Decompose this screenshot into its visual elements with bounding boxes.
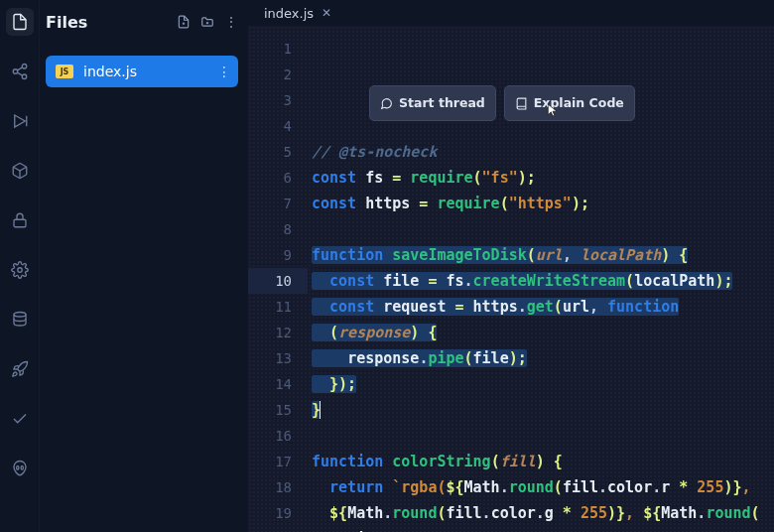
code-line[interactable] — [308, 216, 774, 242]
code-line[interactable]: // @ts-nocheck — [308, 139, 774, 165]
line-number: 5 — [248, 139, 308, 165]
files-icon[interactable] — [6, 8, 34, 36]
rocket-icon[interactable] — [6, 355, 34, 383]
svg-point-5 — [14, 313, 26, 318]
files-sidebar: Files ⋮ JS index.js ⋮ — [40, 0, 248, 532]
new-file-icon[interactable] — [177, 15, 191, 29]
code-line[interactable]: response.pipe(file); — [308, 345, 774, 371]
line-number: 16 — [248, 423, 308, 449]
database-icon[interactable] — [6, 306, 34, 333]
code-line[interactable]: } — [308, 397, 774, 423]
tab-label: index.js — [264, 6, 314, 21]
file-tree: JS index.js ⋮ — [46, 56, 238, 87]
line-number: 14 — [248, 371, 308, 397]
code-line[interactable]: }); — [308, 371, 774, 397]
svg-point-0 — [22, 65, 27, 69]
gear-icon[interactable] — [6, 256, 34, 284]
svg-rect-3 — [14, 219, 26, 227]
line-number: 6 — [248, 165, 308, 191]
code-line[interactable]: fill.color.b * 255 — [308, 526, 774, 532]
svg-point-7 — [21, 466, 23, 469]
svg-point-4 — [17, 268, 22, 273]
code-line[interactable]: (response) { — [308, 320, 774, 345]
activity-bar — [0, 0, 40, 532]
line-number: 12 — [248, 320, 308, 345]
alien-icon[interactable] — [6, 455, 34, 482]
line-number: 3 — [248, 87, 308, 113]
code-line[interactable]: return `rgba(${Math.round(fill.color.r *… — [308, 474, 774, 500]
editor-area: index.js ✕ 12345678910111213141516171819… — [248, 0, 774, 532]
line-number: 11 — [248, 294, 308, 320]
code-line[interactable]: const file = fs.createWriteStream(localP… — [308, 268, 774, 294]
line-number: 17 — [248, 449, 308, 474]
start-thread-button[interactable]: Start thread — [369, 85, 496, 121]
file-more-icon[interactable]: ⋮ — [217, 64, 232, 79]
code-line[interactable]: const request = https.get(url, function — [308, 294, 774, 320]
js-file-icon: JS — [56, 65, 73, 78]
svg-point-6 — [16, 466, 18, 469]
line-number: 10 — [248, 268, 308, 294]
code-editor[interactable]: 12345678910111213141516171819 Start thre… — [248, 26, 774, 532]
box-icon[interactable] — [6, 157, 34, 185]
new-folder-icon[interactable] — [200, 15, 214, 29]
line-number: 19 — [248, 500, 308, 526]
code-body[interactable]: Start thread Explain Code // @ts-nocheck… — [308, 26, 774, 532]
close-icon[interactable]: ✕ — [322, 6, 331, 20]
line-number: 1 — [248, 36, 308, 62]
tabbar: index.js ✕ — [248, 0, 774, 26]
share-icon[interactable] — [6, 58, 34, 85]
line-number: 13 — [248, 345, 308, 371]
code-line[interactable]: function saveImageToDisk(url, localPath)… — [308, 242, 774, 268]
lock-icon[interactable] — [6, 206, 34, 234]
tab-index-js[interactable]: index.js ✕ — [256, 6, 339, 21]
run-icon[interactable] — [6, 107, 34, 135]
mouse-cursor-icon — [546, 101, 560, 119]
file-name: index.js — [83, 64, 207, 79]
code-line[interactable]: const fs = require("fs"); — [308, 165, 774, 191]
code-line[interactable]: function colorString(fill) { — [308, 449, 774, 474]
line-number: 9 — [248, 242, 308, 268]
more-icon[interactable]: ⋮ — [224, 15, 238, 29]
line-number: 2 — [248, 62, 308, 87]
svg-point-2 — [22, 74, 27, 79]
code-line[interactable]: ${Math.round(fill.color.g * 255)}, ${Mat… — [308, 500, 774, 526]
check-icon[interactable] — [6, 405, 34, 433]
sidebar-title: Files — [46, 13, 87, 32]
line-number: 4 — [248, 113, 308, 139]
code-line[interactable]: const https = require("https"); — [308, 191, 774, 216]
line-number: 18 — [248, 474, 308, 500]
code-action-menu: Start thread Explain Code — [369, 85, 635, 121]
line-gutter: 12345678910111213141516171819 — [248, 26, 308, 532]
line-number: 15 — [248, 397, 308, 423]
start-thread-label: Start thread — [399, 90, 485, 116]
explain-code-button[interactable]: Explain Code — [504, 85, 635, 121]
svg-point-1 — [13, 69, 18, 74]
line-number: 7 — [248, 191, 308, 216]
file-item-index-js[interactable]: JS index.js ⋮ — [46, 56, 238, 87]
line-number: 8 — [248, 216, 308, 242]
code-line[interactable] — [308, 423, 774, 449]
